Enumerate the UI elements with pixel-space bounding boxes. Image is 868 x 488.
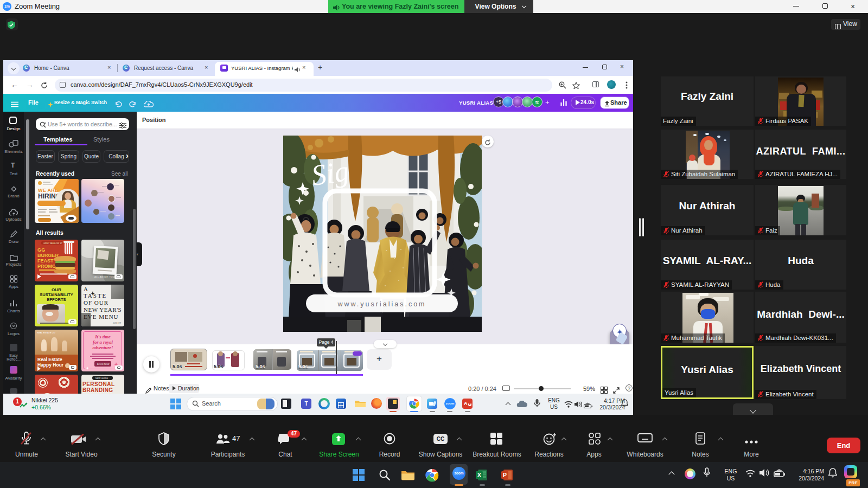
svg-text:P: P: [503, 472, 507, 478]
svg-text:www.yusrialias.com: www.yusrialias.com: [337, 300, 426, 308]
svg-text:Sig: Sig: [309, 155, 351, 192]
svg-text:X: X: [477, 472, 482, 478]
